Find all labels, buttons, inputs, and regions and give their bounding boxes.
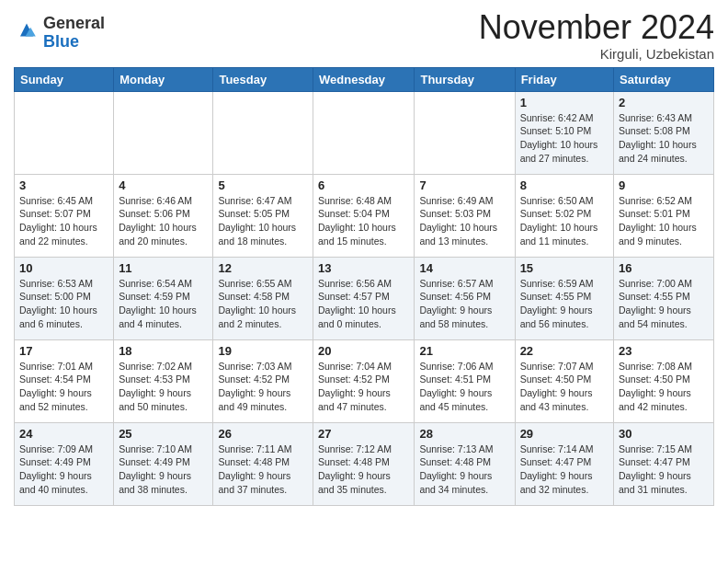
calendar-cell: 16Sunrise: 7:00 AM Sunset: 4:55 PM Dayli… bbox=[614, 257, 714, 339]
day-info: Sunrise: 7:00 AM Sunset: 4:55 PM Dayligh… bbox=[619, 277, 709, 331]
calendar-cell: 25Sunrise: 7:10 AM Sunset: 4:49 PM Dayli… bbox=[114, 422, 213, 505]
calendar-cell: 20Sunrise: 7:04 AM Sunset: 4:52 PM Dayli… bbox=[313, 339, 415, 422]
day-info: Sunrise: 6:54 AM Sunset: 4:59 PM Dayligh… bbox=[119, 277, 208, 331]
logo-text: General Blue bbox=[43, 15, 105, 52]
day-number: 2 bbox=[619, 96, 709, 109]
day-info: Sunrise: 6:56 AM Sunset: 4:57 PM Dayligh… bbox=[318, 277, 409, 331]
weekday-header-thursday: Thursday bbox=[415, 67, 515, 91]
calendar-cell: 6Sunrise: 6:48 AM Sunset: 5:04 PM Daylig… bbox=[313, 174, 415, 257]
day-info: Sunrise: 6:50 AM Sunset: 5:02 PM Dayligh… bbox=[520, 194, 609, 248]
day-number: 28 bbox=[419, 427, 509, 441]
day-number: 4 bbox=[119, 178, 208, 192]
day-info: Sunrise: 6:49 AM Sunset: 5:03 PM Dayligh… bbox=[419, 194, 509, 248]
day-number: 15 bbox=[520, 261, 609, 275]
day-info: Sunrise: 7:06 AM Sunset: 4:51 PM Dayligh… bbox=[419, 360, 509, 414]
calendar-cell: 26Sunrise: 7:11 AM Sunset: 4:48 PM Dayli… bbox=[213, 422, 313, 505]
calendar-cell bbox=[213, 91, 313, 174]
day-info: Sunrise: 6:47 AM Sunset: 5:05 PM Dayligh… bbox=[218, 194, 308, 248]
day-number: 25 bbox=[119, 427, 208, 441]
page: General Blue November 2024 Kirguli, Uzbe… bbox=[0, 0, 728, 515]
day-number: 9 bbox=[619, 178, 709, 192]
calendar-cell: 11Sunrise: 6:54 AM Sunset: 4:59 PM Dayli… bbox=[114, 257, 213, 339]
day-number: 6 bbox=[318, 178, 409, 192]
logo: General Blue bbox=[14, 15, 105, 52]
day-info: Sunrise: 7:10 AM Sunset: 4:49 PM Dayligh… bbox=[119, 442, 208, 497]
calendar-cell: 15Sunrise: 6:59 AM Sunset: 4:55 PM Dayli… bbox=[515, 257, 613, 339]
calendar-week-4: 17Sunrise: 7:01 AM Sunset: 4:54 PM Dayli… bbox=[15, 339, 714, 422]
logo-icon bbox=[14, 18, 40, 44]
calendar-cell: 24Sunrise: 7:09 AM Sunset: 4:49 PM Dayli… bbox=[15, 422, 114, 505]
weekday-header-friday: Friday bbox=[515, 67, 613, 91]
day-number: 13 bbox=[318, 261, 409, 275]
day-info: Sunrise: 7:14 AM Sunset: 4:47 PM Dayligh… bbox=[520, 442, 609, 497]
calendar-cell: 4Sunrise: 6:46 AM Sunset: 5:06 PM Daylig… bbox=[114, 174, 213, 257]
calendar-week-3: 10Sunrise: 6:53 AM Sunset: 5:00 PM Dayli… bbox=[15, 257, 714, 339]
day-info: Sunrise: 7:03 AM Sunset: 4:52 PM Dayligh… bbox=[218, 360, 308, 414]
day-number: 5 bbox=[218, 178, 308, 192]
calendar-cell: 14Sunrise: 6:57 AM Sunset: 4:56 PM Dayli… bbox=[415, 257, 515, 339]
day-info: Sunrise: 6:45 AM Sunset: 5:07 PM Dayligh… bbox=[19, 194, 108, 248]
calendar-cell: 13Sunrise: 6:56 AM Sunset: 4:57 PM Dayli… bbox=[313, 257, 415, 339]
day-number: 19 bbox=[218, 344, 308, 358]
day-number: 23 bbox=[619, 344, 709, 358]
day-info: Sunrise: 7:07 AM Sunset: 4:50 PM Dayligh… bbox=[520, 360, 609, 414]
calendar-cell: 8Sunrise: 6:50 AM Sunset: 5:02 PM Daylig… bbox=[515, 174, 613, 257]
calendar-cell: 3Sunrise: 6:45 AM Sunset: 5:07 PM Daylig… bbox=[15, 174, 114, 257]
calendar-cell: 29Sunrise: 7:14 AM Sunset: 4:47 PM Dayli… bbox=[515, 422, 613, 505]
day-number: 20 bbox=[318, 344, 409, 358]
calendar-cell: 1Sunrise: 6:42 AM Sunset: 5:10 PM Daylig… bbox=[515, 91, 613, 174]
day-number: 21 bbox=[419, 344, 509, 358]
calendar-cell: 2Sunrise: 6:43 AM Sunset: 5:08 PM Daylig… bbox=[614, 91, 714, 174]
day-info: Sunrise: 7:12 AM Sunset: 4:48 PM Dayligh… bbox=[318, 442, 409, 497]
location: Kirguli, Uzbekistan bbox=[479, 46, 714, 62]
calendar-cell: 22Sunrise: 7:07 AM Sunset: 4:50 PM Dayli… bbox=[515, 339, 613, 422]
calendar-week-5: 24Sunrise: 7:09 AM Sunset: 4:49 PM Dayli… bbox=[15, 422, 714, 505]
day-info: Sunrise: 6:46 AM Sunset: 5:06 PM Dayligh… bbox=[119, 194, 208, 248]
calendar-cell: 10Sunrise: 6:53 AM Sunset: 5:00 PM Dayli… bbox=[15, 257, 114, 339]
day-info: Sunrise: 7:08 AM Sunset: 4:50 PM Dayligh… bbox=[619, 360, 709, 414]
day-info: Sunrise: 7:04 AM Sunset: 4:52 PM Dayligh… bbox=[318, 360, 409, 414]
calendar-week-2: 3Sunrise: 6:45 AM Sunset: 5:07 PM Daylig… bbox=[15, 174, 714, 257]
title-block: November 2024 Kirguli, Uzbekistan bbox=[479, 9, 714, 62]
day-info: Sunrise: 6:55 AM Sunset: 4:58 PM Dayligh… bbox=[218, 277, 308, 331]
day-info: Sunrise: 6:57 AM Sunset: 4:56 PM Dayligh… bbox=[419, 277, 509, 331]
logo-general: General bbox=[43, 14, 105, 32]
calendar-header-row: SundayMondayTuesdayWednesdayThursdayFrid… bbox=[15, 67, 714, 91]
day-number: 1 bbox=[520, 96, 609, 109]
weekday-header-sunday: Sunday bbox=[15, 67, 114, 91]
day-number: 18 bbox=[119, 344, 208, 358]
calendar-cell: 12Sunrise: 6:55 AM Sunset: 4:58 PM Dayli… bbox=[213, 257, 313, 339]
calendar-cell: 30Sunrise: 7:15 AM Sunset: 4:47 PM Dayli… bbox=[614, 422, 714, 505]
day-info: Sunrise: 7:15 AM Sunset: 4:47 PM Dayligh… bbox=[619, 442, 709, 497]
day-number: 22 bbox=[520, 344, 609, 358]
weekday-header-wednesday: Wednesday bbox=[313, 67, 415, 91]
calendar-cell: 23Sunrise: 7:08 AM Sunset: 4:50 PM Dayli… bbox=[614, 339, 714, 422]
day-info: Sunrise: 6:52 AM Sunset: 5:01 PM Dayligh… bbox=[619, 194, 709, 248]
day-info: Sunrise: 7:13 AM Sunset: 4:48 PM Dayligh… bbox=[419, 442, 509, 497]
day-info: Sunrise: 6:53 AM Sunset: 5:00 PM Dayligh… bbox=[19, 277, 108, 331]
day-info: Sunrise: 6:43 AM Sunset: 5:08 PM Dayligh… bbox=[619, 111, 709, 166]
day-number: 24 bbox=[19, 427, 108, 441]
month-title: November 2024 bbox=[479, 9, 714, 46]
day-number: 26 bbox=[218, 427, 308, 441]
calendar-cell: 28Sunrise: 7:13 AM Sunset: 4:48 PM Dayli… bbox=[415, 422, 515, 505]
day-info: Sunrise: 6:48 AM Sunset: 5:04 PM Dayligh… bbox=[318, 194, 409, 248]
day-number: 29 bbox=[520, 427, 609, 441]
calendar-cell: 7Sunrise: 6:49 AM Sunset: 5:03 PM Daylig… bbox=[415, 174, 515, 257]
day-info: Sunrise: 6:59 AM Sunset: 4:55 PM Dayligh… bbox=[520, 277, 609, 331]
day-number: 10 bbox=[19, 261, 108, 275]
calendar-cell bbox=[415, 91, 515, 174]
weekday-header-tuesday: Tuesday bbox=[213, 67, 313, 91]
weekday-header-monday: Monday bbox=[114, 67, 213, 91]
day-info: Sunrise: 7:09 AM Sunset: 4:49 PM Dayligh… bbox=[19, 442, 108, 497]
calendar-cell bbox=[313, 91, 415, 174]
header: General Blue November 2024 Kirguli, Uzbe… bbox=[14, 9, 714, 62]
day-number: 14 bbox=[419, 261, 509, 275]
day-number: 7 bbox=[419, 178, 509, 192]
day-number: 12 bbox=[218, 261, 308, 275]
day-number: 17 bbox=[19, 344, 108, 358]
day-info: Sunrise: 7:01 AM Sunset: 4:54 PM Dayligh… bbox=[19, 360, 108, 414]
day-number: 8 bbox=[520, 178, 609, 192]
logo-blue: Blue bbox=[43, 32, 79, 51]
day-info: Sunrise: 7:11 AM Sunset: 4:48 PM Dayligh… bbox=[218, 442, 308, 497]
